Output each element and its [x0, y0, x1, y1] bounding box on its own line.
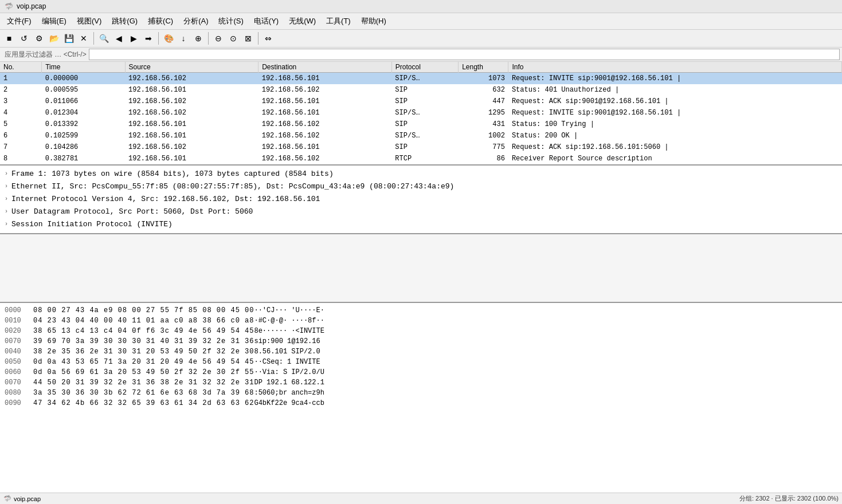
hex-bytes: 38 65 13 c4 13 c4 04 0f f6 3c 49 4e 56 4… [33, 327, 254, 335]
close-button[interactable]: ✕ [77, 32, 91, 45]
table-cell: 3 [0, 96, 42, 107]
table-row[interactable]: 10.000000192.168.56.102192.168.56.101SIP… [0, 73, 842, 84]
detail-text: Session Initiation Protocol (INVITE) [11, 220, 173, 229]
hex-bytes: 0d 0a 43 53 65 71 3a 20 31 20 49 4e 56 4… [33, 358, 254, 366]
table-cell: SIP [391, 119, 458, 130]
hex-row: 0070 39 69 70 3a 39 30 30 30 31 40 31 39… [5, 336, 837, 346]
menu-item-E[interactable]: 编辑(E) [37, 15, 71, 27]
hex-offset: 0070 [5, 337, 33, 345]
menu-item-W[interactable]: 无线(W) [284, 15, 320, 27]
table-cell: 0.102599 [42, 130, 125, 141]
detail-text: Frame 1: 1073 bytes on wire (8584 bits),… [11, 170, 334, 178]
back-button[interactable]: ◀ [112, 32, 126, 45]
table-cell: SIP/S… [391, 130, 458, 141]
hex-row: 0080 3a 35 30 36 30 3b 62 72 61 6e 63 68… [5, 388, 837, 398]
table-row[interactable]: 20.000595192.168.56.101192.168.56.102SIP… [0, 84, 842, 96]
detail-rows: ›Frame 1: 1073 bytes on wire (8584 bits)… [5, 168, 837, 231]
hex-offset: 0050 [5, 358, 33, 366]
table-row[interactable]: 40.012304192.168.56.102192.168.56.101SIP… [0, 107, 842, 119]
detail-text: User Datagram Protocol, Src Port: 5060, … [11, 207, 253, 216]
hex-row: 0000 08 00 27 43 4a e9 08 00 27 55 7f 85… [5, 305, 837, 316]
table-cell: 0.011066 [42, 96, 125, 107]
hex-ascii: sip:900 1@192.16 [254, 337, 320, 345]
go-button[interactable]: ➡ [142, 32, 155, 45]
table-cell: 447 [459, 96, 508, 107]
table-cell: SIP [391, 141, 458, 153]
resize-cols-button[interactable]: ⇔ [261, 32, 275, 45]
menu-item-V[interactable]: 视图(V) [72, 15, 106, 27]
hex-ascii: DP 192.1 68.122.1 [254, 379, 324, 387]
hex-row: 0010 04 23 43 04 40 00 40 11 01 aa c0 a8… [5, 316, 837, 326]
hex-offset: 0060 [5, 368, 33, 376]
autoscroll-button[interactable]: ↓ [177, 32, 190, 45]
hex-offset: 0000 [5, 306, 33, 314]
toolbar: ■ ↺ ⚙ 📂 💾 ✕ 🔍 ◀ ▶ ➡ 🎨 ↓ ⊕ ⊖ ⊙ ⊠ ⇔ [0, 30, 842, 48]
filter-input[interactable] [89, 49, 840, 60]
hex-ascii: ·#C·@·@· ····8f·· [254, 317, 324, 325]
detail-text: Ethernet II, Src: PcsCompu_55:7f:85 (08:… [11, 182, 454, 191]
table-cell: SIP/S… [391, 107, 458, 119]
zoom-100-button[interactable]: ⊙ [226, 32, 240, 45]
status-icon: 🦈 [3, 495, 11, 502]
col-destination[interactable]: Destination [259, 62, 392, 73]
col-info[interactable]: Info [508, 62, 842, 73]
menu-item-G[interactable]: 跳转(G) [107, 15, 142, 27]
detail-row[interactable]: ›Internet Protocol Version 4, Src: 192.1… [5, 193, 837, 206]
colorize-button[interactable]: 🎨 [162, 32, 175, 45]
menu-item-T[interactable]: 工具(T) [322, 15, 355, 27]
table-row[interactable]: 80.382781192.168.56.101192.168.56.102RTC… [0, 153, 842, 164]
table-cell: 192.168.56.101 [259, 73, 392, 84]
menu-item-H[interactable]: 帮助(H) [357, 15, 391, 27]
zoom-fit-button[interactable]: ⊠ [241, 32, 255, 45]
forward-button[interactable]: ▶ [127, 32, 140, 45]
menu-item-C[interactable]: 捕获(C) [143, 15, 178, 27]
app-icon: 🦈 [5, 2, 13, 10]
detail-row[interactable]: ›Ethernet II, Src: PcsCompu_55:7f:85 (08… [5, 180, 837, 193]
options-button[interactable]: ⚙ [32, 32, 46, 45]
hex-ascii: :5060;br anch=z9h [254, 389, 324, 397]
expand-icon: › [5, 183, 8, 190]
col-source[interactable]: Source [125, 62, 259, 73]
table-cell: 6 [0, 130, 42, 141]
zoom-out-button[interactable]: ⊖ [212, 32, 225, 45]
table-cell: SIP [391, 84, 458, 96]
search-button[interactable]: 🔍 [97, 32, 111, 45]
restart-button[interactable]: ↺ [17, 32, 31, 45]
title-bar: 🦈 voip.pcap [0, 0, 842, 13]
table-cell: 192.168.56.101 [259, 96, 392, 107]
table-cell: Status: 100 Trying | [508, 119, 842, 130]
table-cell: 192.168.56.101 [259, 107, 392, 119]
hex-row: 0020 38 65 13 c4 13 c4 04 0f f6 3c 49 4e… [5, 326, 837, 336]
hex-pane: 0000 08 00 27 43 4a e9 08 00 27 55 7f 85… [0, 303, 842, 493]
col-no[interactable]: No. [0, 62, 42, 73]
expand-icon: › [5, 196, 8, 202]
table-cell: 0.013392 [42, 119, 125, 130]
table-row[interactable]: 50.013392192.168.56.101192.168.56.102SIP… [0, 119, 842, 130]
table-cell: 1002 [459, 130, 508, 141]
col-time[interactable]: Time [42, 62, 125, 73]
packet-list: No. Time Source Destination Protocol Len… [0, 62, 842, 166]
hex-offset: 0020 [5, 327, 33, 335]
menu-item-F[interactable]: 文件(F) [2, 15, 36, 27]
table-cell: 192.168.56.102 [125, 107, 259, 119]
menu-item-Y[interactable]: 电话(Y) [249, 15, 283, 27]
zoom-in-button[interactable]: ⊕ [191, 32, 205, 45]
table-row[interactable]: 70.104286192.168.56.102192.168.56.101SIP… [0, 141, 842, 153]
hex-bytes: 38 2e 35 36 2e 31 30 31 20 53 49 50 2f 3… [33, 348, 254, 356]
hex-ascii: 8e······ ·<INVITE [254, 327, 324, 335]
hex-ascii: ··CSeq: 1 INVITE [254, 358, 320, 366]
col-length[interactable]: Length [459, 62, 508, 73]
table-row[interactable]: 60.102599192.168.56.101192.168.56.102SIP… [0, 130, 842, 141]
col-protocol[interactable]: Protocol [391, 62, 458, 73]
menu-item-A[interactable]: 分析(A) [179, 15, 213, 27]
hex-offset: 0040 [5, 348, 33, 356]
save-button[interactable]: 💾 [62, 32, 76, 45]
table-row[interactable]: 30.011066192.168.56.102192.168.56.101SIP… [0, 96, 842, 107]
menu-item-S[interactable]: 统计(S) [214, 15, 248, 27]
detail-row[interactable]: ›User Datagram Protocol, Src Port: 5060,… [5, 206, 837, 218]
stop-button[interactable]: ■ [2, 32, 16, 45]
open-button[interactable]: 📂 [47, 32, 61, 45]
table-cell: 192.168.56.101 [125, 130, 259, 141]
detail-row[interactable]: ›Frame 1: 1073 bytes on wire (8584 bits)… [5, 168, 837, 180]
detail-row[interactable]: ›Session Initiation Protocol (INVITE) [5, 218, 837, 231]
